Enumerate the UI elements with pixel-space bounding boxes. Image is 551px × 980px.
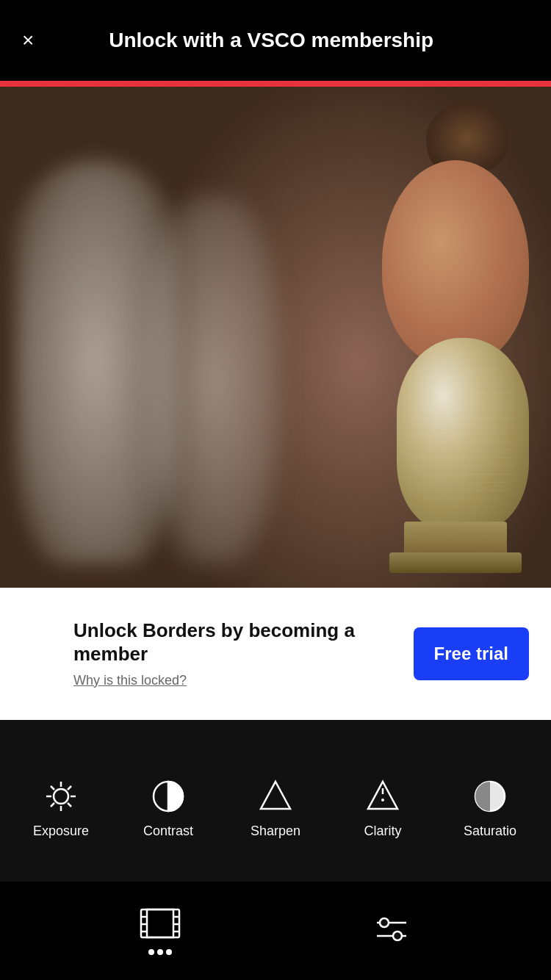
- free-trial-button[interactable]: Free trial: [414, 627, 529, 680]
- clarity-icon: [364, 778, 401, 815]
- contrast-label: Contrast: [143, 824, 193, 839]
- header: × Unlock with a VSCO membership: [0, 0, 551, 81]
- svg-line-16: [68, 803, 71, 807]
- saturation-icon: [472, 778, 508, 815]
- tools-toolbar: Exposure Contrast Sharpen Clarit: [0, 720, 551, 882]
- sharpen-label: Sharpen: [251, 824, 300, 839]
- svg-line-9: [29, 620, 35, 626]
- svg-rect-26: [147, 909, 173, 937]
- tool-contrast[interactable]: Contrast: [132, 778, 205, 839]
- svg-point-10: [54, 789, 68, 804]
- sharpen-icon: [257, 778, 294, 815]
- exposure-label: Exposure: [33, 824, 89, 839]
- red-accent-bar: [0, 81, 551, 87]
- unlock-panel: Unlock Borders by becoming a member Why …: [0, 588, 551, 720]
- saturation-label: Saturatio: [464, 824, 516, 839]
- svg-line-17: [68, 786, 71, 790]
- svg-point-34: [380, 918, 389, 927]
- exposure-icon: [43, 778, 79, 815]
- tool-clarity[interactable]: Clarity: [346, 778, 419, 839]
- unlock-title: Unlock Borders by becoming a member: [73, 619, 399, 665]
- grain-overlay: [0, 87, 551, 588]
- tool-saturation[interactable]: Saturatio: [453, 778, 527, 839]
- svg-line-6: [29, 604, 35, 610]
- svg-point-36: [393, 932, 402, 940]
- filmstrip-icon: [138, 907, 182, 940]
- unlock-subtitle[interactable]: Why is this locked?: [73, 673, 399, 688]
- sliders-nav-item[interactable]: [370, 914, 414, 948]
- svg-point-1: [35, 609, 46, 621]
- contrast-icon: [150, 778, 187, 815]
- photo-area: [0, 87, 551, 588]
- svg-marker-20: [261, 782, 290, 809]
- photo-background: [0, 87, 551, 588]
- clarity-label: Clarity: [364, 824, 401, 839]
- tool-sharpen[interactable]: Sharpen: [239, 778, 312, 839]
- svg-point-23: [381, 799, 384, 801]
- borders-icon: [22, 597, 59, 633]
- close-button[interactable]: ×: [22, 30, 34, 51]
- bottom-nav: [0, 882, 551, 980]
- svg-line-18: [51, 803, 54, 807]
- tool-exposure[interactable]: Exposure: [24, 778, 98, 839]
- svg-line-7: [46, 620, 51, 626]
- svg-line-15: [51, 786, 54, 790]
- filmstrip-dots: [148, 949, 172, 955]
- sliders-icon: [370, 914, 414, 948]
- filmstrip-nav-item[interactable]: [138, 907, 182, 955]
- unlock-text-area: Unlock Borders by becoming a member Why …: [73, 619, 399, 688]
- svg-line-8: [46, 604, 51, 610]
- header-title: Unlock with a VSCO membership: [34, 29, 508, 52]
- svg-marker-21: [368, 782, 397, 809]
